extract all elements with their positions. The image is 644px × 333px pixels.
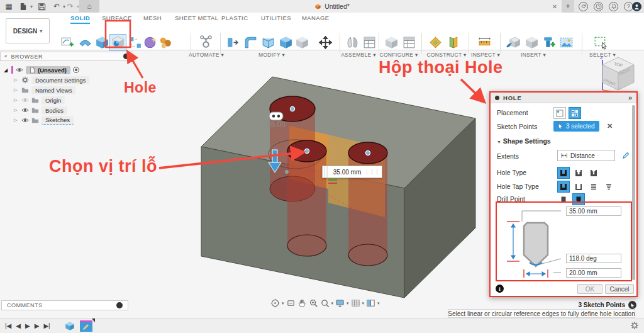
pattern-icon[interactable] [128, 35, 143, 50]
hole-dialog-header[interactable]: HOLE » [491, 93, 636, 103]
construct-planes-icon[interactable] [445, 35, 461, 50]
new-tab-button[interactable]: + [562, 0, 574, 13]
depth-dimension-input[interactable] [328, 169, 367, 176]
viewports-icon[interactable] [366, 298, 375, 308]
tap-type-clearance-icon[interactable] [572, 181, 585, 193]
timeline-settings-gear-icon[interactable] [630, 321, 639, 331]
recent-activity-icon[interactable] [594, 2, 603, 11]
hole-tool-icon[interactable] [110, 35, 126, 50]
tab-manage[interactable]: MANAGE [302, 14, 330, 23]
timeline-play-button[interactable]: ▶ [25, 322, 30, 329]
hole-type-countersink-icon[interactable] [587, 167, 600, 179]
insert-derive-icon[interactable] [524, 35, 540, 50]
hole-preview-right[interactable] [348, 142, 387, 266]
selection-badge-icon[interactable] [628, 301, 636, 309]
viewports-caret[interactable]: ▾ [377, 301, 380, 306]
tap-type-tapped-icon[interactable] [587, 181, 600, 193]
pan-icon[interactable] [297, 298, 307, 308]
construct-plane-icon[interactable] [428, 35, 443, 50]
insert-mcmaster-icon[interactable] [506, 35, 522, 50]
save-icon[interactable] [36, 1, 47, 11]
hole-type-simple-icon[interactable] [557, 167, 570, 179]
comments-expand-icon[interactable] [116, 302, 123, 308]
display-settings-icon[interactable] [335, 298, 345, 308]
display-settings-caret[interactable]: ▾ [347, 301, 349, 306]
create-sketch-icon[interactable] [60, 35, 75, 50]
insert-canvas-icon[interactable] [558, 35, 574, 50]
split-body-icon[interactable] [294, 35, 310, 50]
dimension-options-icon[interactable]: ⋮⋮ [367, 169, 381, 175]
fillet-icon[interactable] [243, 35, 258, 50]
comments-bar[interactable]: COMMENTS [1, 300, 128, 310]
timeline-feature-extrude-icon[interactable] [64, 320, 75, 332]
configuration-icon[interactable] [384, 35, 399, 50]
dimension-input-box[interactable]: ⋮⋮ [322, 166, 382, 178]
zoom-icon[interactable] [309, 298, 318, 308]
close-document-icon[interactable]: ✕ [550, 1, 560, 11]
timeline-feature-sketch-icon[interactable] [80, 320, 92, 332]
hole-type-counterbore-icon[interactable] [572, 167, 585, 179]
orbit-icon[interactable] [270, 298, 280, 308]
info-icon[interactable]: i [496, 285, 504, 293]
view-cube-body[interactable]: TOP FRONT RIGHT [602, 57, 634, 90]
tab-mesh[interactable]: MESH [143, 14, 162, 23]
app-launcher-icon[interactable]: ▦ [4, 1, 14, 11]
origin-point[interactable] [285, 170, 289, 174]
file-menu-caret[interactable]: ▾ [26, 1, 36, 11]
insert-fastener-icon[interactable] [541, 35, 557, 50]
tab-surface[interactable]: SURFACE [102, 14, 132, 23]
zoom-window-caret[interactable]: ▾ [331, 301, 334, 306]
joint-icon[interactable] [345, 35, 360, 50]
timeline-step-forward-button[interactable]: ▶ [35, 322, 40, 329]
workspace-selector[interactable]: DESIGN ▾ [6, 18, 50, 43]
hole-depth-input[interactable] [566, 206, 621, 216]
grid-settings-caret[interactable]: ▾ [362, 301, 365, 306]
timeline-go-start-button[interactable]: |◀ [5, 322, 11, 329]
ok-button[interactable]: OK [577, 284, 602, 294]
sketch-points-selection-chip[interactable]: 3 selected [553, 121, 599, 132]
cancel-button[interactable]: Cancel [605, 284, 634, 294]
grid-settings-icon[interactable] [351, 298, 360, 308]
select-tool-icon[interactable] [593, 35, 609, 50]
dimension-input-grip[interactable] [323, 166, 328, 178]
tap-type-simple-icon[interactable] [557, 181, 570, 193]
home-tab[interactable]: ⌂ [79, 0, 99, 13]
placement-single-icon[interactable] [553, 107, 566, 119]
automate-icon[interactable] [198, 35, 214, 50]
document-tab[interactable]: Untitled* [99, 0, 565, 13]
clear-selection-icon[interactable]: ✕ [607, 122, 613, 130]
hole-diameter-input[interactable] [566, 268, 621, 278]
timeline-go-end-button[interactable]: ▶| [43, 322, 50, 329]
extrude-icon[interactable] [94, 35, 110, 50]
job-status-icon[interactable] [579, 2, 588, 11]
notifications-bell-icon[interactable] [609, 2, 618, 11]
revolve-icon[interactable] [77, 35, 93, 50]
tab-utilities[interactable]: UTILITIES [261, 14, 291, 23]
tab-solid[interactable]: SOLID [70, 14, 90, 24]
measure-icon[interactable] [477, 35, 492, 50]
configuration-table-icon[interactable] [401, 35, 417, 50]
move-copy-icon[interactable] [318, 35, 333, 50]
shape-settings-section[interactable]: ▼ Shape Settings [497, 137, 551, 145]
hole-dialog[interactable]: HOLE » Placement Sketch Points 3 selecte… [489, 91, 638, 297]
look-at-icon[interactable] [286, 298, 296, 308]
press-pull-icon[interactable] [225, 35, 241, 50]
orbit-caret[interactable]: ▾ [282, 301, 284, 306]
extents-select[interactable]: Distance [557, 150, 615, 161]
tab-plastic[interactable]: PLASTIC [221, 14, 248, 23]
zoom-window-icon[interactable] [320, 298, 330, 308]
timeline-step-back-button[interactable]: ◀ [16, 322, 21, 329]
volumetric-lattice-icon[interactable] [158, 35, 174, 50]
dialog-scrollbar[interactable] [632, 105, 635, 280]
user-avatar[interactable] [632, 2, 641, 11]
dialog-pin-icon[interactable]: » [628, 94, 632, 101]
edit-extents-pencil-icon[interactable] [621, 151, 630, 161]
form-icon[interactable] [143, 35, 158, 50]
new-component-icon[interactable] [362, 35, 377, 50]
drill-angle-input[interactable] [566, 254, 621, 263]
placement-multiple-icon[interactable] [569, 107, 581, 119]
combine-icon[interactable] [278, 35, 294, 50]
shell-icon[interactable] [260, 35, 276, 50]
tap-type-taper-icon[interactable] [602, 181, 615, 193]
tab-sheet-metal[interactable]: SHEET METAL [175, 14, 219, 23]
